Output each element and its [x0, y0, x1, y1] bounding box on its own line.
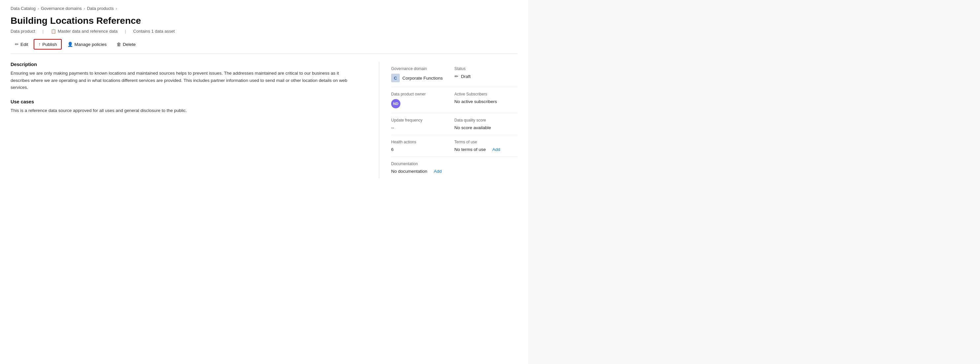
delete-button[interactable]: 🗑 Delete: [112, 39, 140, 49]
documentation-label: Documentation: [391, 161, 517, 166]
sidebar-col-frequency: Update frequency --: [391, 118, 455, 130]
breadcrumb-sep-2: ›: [84, 6, 85, 11]
health-text: 6: [391, 147, 394, 152]
meta-assets: Contains 1 data asset: [134, 29, 175, 34]
status-icon: ✏: [455, 73, 458, 79]
owner-label: Data product owner: [391, 92, 455, 96]
breadcrumb-sep-3: ›: [116, 6, 117, 11]
manage-policies-button[interactable]: 👤 Manage policies: [63, 39, 111, 49]
terms-add-link[interactable]: Add: [493, 147, 500, 152]
quality-label: Data quality score: [455, 118, 518, 123]
sidebar-col-quality: Data quality score No score available: [455, 118, 518, 130]
delete-icon: 🗑: [116, 42, 121, 47]
status-text: Draft: [461, 74, 471, 79]
sidebar-row-health-terms: Health actions 6 Terms of use No terms o…: [391, 135, 517, 157]
breadcrumb: Data Catalog › Governance domains › Data…: [11, 6, 517, 11]
sidebar-col-governance: Governance domain C Corporate Functions: [391, 66, 455, 82]
governance-domain-name: Corporate Functions: [402, 76, 442, 81]
sidebar-col-owner: Data product owner ND: [391, 92, 455, 109]
publish-label: Publish: [42, 42, 57, 47]
edit-label: Edit: [21, 42, 28, 47]
status-value: ✏ Draft: [455, 73, 518, 79]
sidebar-col-health: Health actions 6: [391, 140, 455, 152]
delete-label: Delete: [123, 42, 136, 47]
sidebar-col-status: Status ✏ Draft: [455, 66, 518, 82]
sidebar-col-terms: Terms of use No terms of use Add: [455, 140, 518, 152]
main-content: Description Ensuring we are only making …: [11, 62, 379, 178]
use-cases-body: This is a reference data source approved…: [11, 107, 359, 114]
meta-category: 📋 Master data and reference data: [51, 29, 118, 34]
use-cases-section: Use cases This is a reference data sourc…: [11, 99, 359, 114]
frequency-text: --: [391, 125, 394, 130]
manage-policies-label: Manage policies: [75, 42, 107, 47]
documentation-add-link[interactable]: Add: [434, 169, 442, 174]
assets-label: Contains 1 data asset: [134, 29, 175, 34]
publish-button[interactable]: ↑ Publish: [33, 39, 61, 49]
sidebar-row-documentation: Documentation No documentation Add: [391, 157, 517, 178]
sidebar-row-governance-status: Governance domain C Corporate Functions …: [391, 62, 517, 87]
breadcrumb-sep-1: ›: [38, 6, 39, 11]
sidebar-row-frequency-quality: Update frequency -- Data quality score N…: [391, 113, 517, 135]
health-label: Health actions: [391, 140, 455, 144]
category-icon: 📋: [51, 29, 56, 34]
subscribers-value: No active subscribers: [455, 99, 518, 104]
sidebar-row-owner-subscribers: Data product owner ND Active Subscribers…: [391, 87, 517, 113]
category-label: Master data and reference data: [58, 29, 118, 34]
meta-row: Data product | 📋 Master data and referen…: [11, 29, 517, 34]
breadcrumb-data-products[interactable]: Data products: [87, 6, 113, 11]
breadcrumb-data-catalog[interactable]: Data Catalog: [11, 6, 36, 11]
description-title: Description: [11, 62, 359, 67]
avatar: ND: [391, 99, 400, 109]
breadcrumb-governance-domains[interactable]: Governance domains: [41, 6, 82, 11]
governance-domain-value: C Corporate Functions: [391, 73, 455, 82]
terms-value: No terms of use Add: [455, 147, 518, 152]
page-title: Building Locations Reference: [11, 16, 517, 26]
subscribers-text: No active subscribers: [455, 99, 497, 104]
use-cases-title: Use cases: [11, 99, 359, 104]
subscribers-label: Active Subscribers: [455, 92, 518, 96]
sidebar-col-subscribers: Active Subscribers No active subscribers: [455, 92, 518, 109]
quality-text: No score available: [455, 125, 491, 130]
sidebar: Governance domain C Corporate Functions …: [379, 62, 517, 178]
status-label: Status: [455, 66, 518, 71]
description-section: Description Ensuring we are only making …: [11, 62, 359, 91]
publish-icon: ↑: [38, 42, 41, 47]
governance-domain-label: Governance domain: [391, 66, 455, 71]
quality-value: No score available: [455, 125, 518, 130]
edit-button[interactable]: ✏ Edit: [11, 39, 32, 49]
type-label: Data product: [11, 29, 35, 34]
documentation-text: No documentation: [391, 169, 428, 174]
sidebar-col-documentation: Documentation No documentation Add: [391, 161, 517, 174]
frequency-value: --: [391, 125, 455, 130]
owner-value: ND: [391, 99, 455, 109]
meta-type: Data product: [11, 29, 35, 34]
terms-text: No terms of use: [455, 147, 486, 152]
terms-label: Terms of use: [455, 140, 518, 144]
description-body: Ensuring we are only making payments to …: [11, 70, 359, 91]
documentation-value: No documentation Add: [391, 169, 517, 174]
governance-badge: C: [391, 73, 400, 82]
main-layout: Description Ensuring we are only making …: [11, 62, 517, 178]
toolbar: ✏ Edit ↑ Publish 👤 Manage policies 🗑 Del…: [11, 39, 517, 54]
manage-policies-icon: 👤: [67, 42, 73, 47]
health-value: 6: [391, 147, 455, 152]
edit-icon: ✏: [15, 42, 19, 47]
frequency-label: Update frequency: [391, 118, 455, 123]
